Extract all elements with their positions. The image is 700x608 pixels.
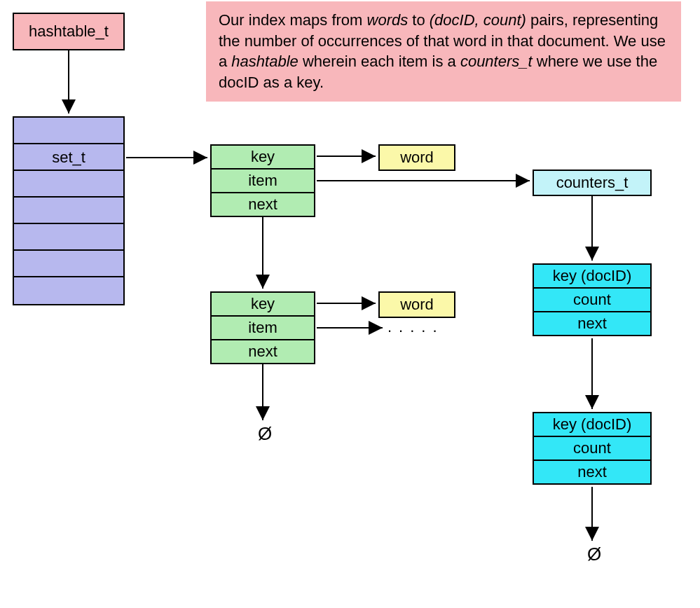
counter-node-next: next — [534, 461, 650, 483]
description-box: Our index maps from words to (docID, cou… — [206, 1, 681, 102]
counter-node-key: key (docID) — [534, 413, 650, 437]
counter-node-1: key (docID) count next — [533, 263, 652, 336]
desc-text-2: to — [408, 11, 430, 29]
ellipsis: ..... — [387, 318, 444, 336]
desc-italic-4: counters_t — [460, 53, 533, 70]
counter-node-key: key (docID) — [534, 265, 650, 289]
set-node-item: item — [212, 317, 314, 340]
counter-node-2: key (docID) count next — [533, 412, 652, 485]
hashtable-box: hashtable_t — [13, 13, 125, 50]
set-node-next: next — [212, 193, 314, 216]
set-node-key: key — [212, 146, 314, 170]
array-slot — [14, 224, 123, 251]
counter-node-count: count — [534, 437, 650, 461]
dots-text: ..... — [387, 318, 444, 336]
array-slot — [14, 118, 123, 144]
set-node-2: key item next — [210, 291, 315, 364]
set-node-next: next — [212, 340, 314, 363]
word-label: word — [400, 296, 434, 313]
set-node-1: key item next — [210, 144, 315, 217]
counters-box: counters_t — [533, 170, 652, 196]
desc-text-1: Our index maps from — [219, 11, 367, 29]
hashtable-array: set_t — [13, 116, 125, 305]
set-node-key: key — [212, 293, 314, 317]
null-text: Ø — [587, 544, 601, 565]
array-slot — [14, 198, 123, 224]
null-text: Ø — [258, 423, 272, 444]
word-label: word — [400, 148, 434, 166]
word-box-1: word — [378, 144, 455, 171]
word-box-2: word — [378, 291, 455, 318]
array-slot — [14, 251, 123, 277]
hashtable-label: hashtable_t — [29, 22, 109, 40]
desc-text-4: wherein each item is a — [298, 53, 460, 70]
set-node-item: item — [212, 170, 314, 193]
array-slot-set: set_t — [14, 144, 123, 171]
null-symbol-2: Ø — [587, 544, 601, 565]
counter-node-count: count — [534, 289, 650, 312]
desc-italic-2: (docID, count) — [430, 11, 526, 29]
counter-node-next: next — [534, 312, 650, 335]
desc-italic-3: hashtable — [231, 53, 298, 70]
array-slot — [14, 277, 123, 304]
counters-label: counters_t — [556, 174, 629, 191]
desc-italic-1: words — [367, 11, 409, 29]
null-symbol-1: Ø — [258, 423, 272, 445]
array-slot — [14, 171, 123, 198]
set-label: set_t — [52, 148, 85, 166]
